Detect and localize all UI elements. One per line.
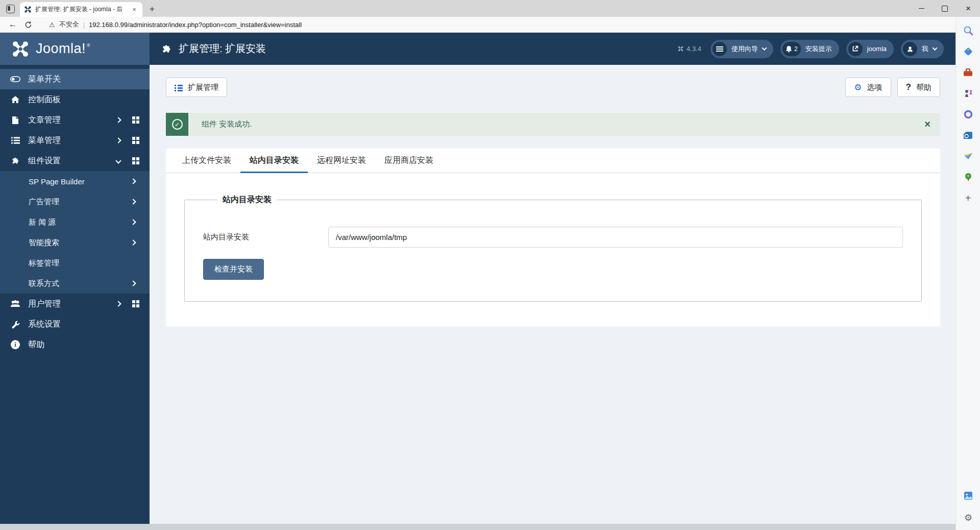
sidebar-item-dashboard[interactable]: 控制面板	[0, 89, 150, 110]
sidebar-item-content[interactable]: 文章管理	[0, 110, 150, 130]
joomla-logo-text: Joomla!	[36, 41, 86, 57]
sidebar-item-components[interactable]: 组件设置	[0, 151, 150, 171]
window-controls	[910, 0, 980, 17]
close-window-icon[interactable]	[957, 0, 980, 17]
users-icon	[10, 300, 20, 307]
folder-path-label: 站内目录安装	[203, 232, 328, 242]
back-icon[interactable]	[5, 18, 20, 31]
tab-workspaces-icon[interactable]	[6, 5, 15, 13]
chevron-down-icon	[762, 45, 767, 51]
browser-tab[interactable]: 扩展管理: 扩展安装 - joomla - 后	[20, 2, 142, 17]
browser-tab-strip: 扩展管理: 扩展安装 - joomla - 后	[0, 0, 980, 17]
alert-close-icon[interactable]	[915, 113, 940, 136]
tab-install-from-folder[interactable]: 站内目录安装	[240, 149, 308, 173]
url-separator: |	[83, 21, 85, 29]
extensions-manage-button[interactable]: 扩展管理	[166, 78, 227, 97]
page-title: 扩展管理: 扩展安装	[179, 42, 266, 56]
dashboard-grid-icon[interactable]	[132, 137, 139, 144]
options-button[interactable]: 选项	[845, 78, 891, 97]
submenu-item-label: 广告管理	[29, 197, 124, 207]
page-toolbar: 扩展管理 选项 帮助	[166, 78, 940, 97]
dashboard-grid-icon[interactable]	[132, 116, 139, 124]
components-submenu: SP Page Builder 广告管理 新 闻 源 智能搜索 标签管理 联系方…	[0, 171, 150, 294]
check-circle-icon	[172, 119, 183, 130]
sidebar-item-label: 菜单开关	[28, 74, 139, 85]
info-icon	[10, 340, 20, 349]
sidebar-item-label: 文章管理	[28, 115, 109, 126]
maximize-icon[interactable]	[933, 0, 957, 17]
help-label: 帮助	[916, 83, 932, 92]
preview-site-button[interactable]: joomla	[846, 40, 894, 58]
submenu-item-label: 智能搜索	[29, 238, 124, 248]
post-install-messages-button[interactable]: 2 安装提示	[780, 40, 839, 58]
submenu-item-tags[interactable]: 标签管理	[0, 253, 150, 273]
submenu-item-contacts[interactable]: 联系方式	[0, 273, 150, 294]
joomla-logo[interactable]: Joomla! ®	[0, 33, 150, 65]
dashboard-grid-icon[interactable]	[132, 300, 139, 307]
microsoft-365-icon[interactable]	[962, 108, 975, 121]
menus-icon	[10, 137, 20, 144]
joomla-version-icon	[677, 45, 684, 52]
add-panel-icon[interactable]: +	[962, 191, 975, 205]
submenu-item-news-feeds[interactable]: 新 闻 源	[0, 212, 150, 232]
side-rail-settings-icon[interactable]	[962, 511, 975, 524]
tree-icon[interactable]	[962, 171, 975, 184]
refresh-icon[interactable]	[20, 18, 36, 31]
address-bar[interactable]: 不安全 | 192.168.0.99/administrator/index.p…	[49, 20, 302, 29]
search-icon[interactable]	[962, 24, 975, 37]
chevron-right-icon	[115, 137, 121, 143]
admin-sidebar: 菜单开关 控制面板 文章管理 菜单管理	[0, 65, 150, 524]
success-alert: 组件 安装成功.	[166, 113, 940, 136]
sidebar-item-label: 帮助	[28, 340, 139, 350]
joomla-logo-icon	[11, 40, 30, 58]
submenu-item-smart-search[interactable]: 智能搜索	[0, 232, 150, 253]
question-mark-icon	[906, 82, 911, 92]
user-menu-button[interactable]: 我	[901, 40, 944, 58]
tab-install-from-url[interactable]: 远程网址安装	[308, 149, 375, 173]
submenu-item-label: 新 闻 源	[29, 218, 124, 227]
tab-install-from-web[interactable]: 应用商店安装	[375, 149, 443, 173]
new-tab-button[interactable]	[145, 3, 159, 16]
outlook-icon[interactable]	[962, 129, 975, 142]
games-icon[interactable]	[962, 87, 975, 100]
sidebar-item-menus[interactable]: 菜单管理	[0, 130, 150, 151]
submenu-item-label: SP Page Builder	[29, 177, 124, 186]
tab-title: 扩展管理: 扩展安装 - joomla - 后	[35, 5, 127, 14]
wrench-icon	[10, 320, 20, 329]
chevron-right-icon	[130, 219, 136, 225]
alert-message: 组件 安装成功.	[188, 113, 915, 136]
external-link-icon	[848, 42, 863, 56]
guided-tour-button[interactable]: 使用向导	[710, 40, 773, 58]
extensions-manage-label: 扩展管理	[188, 83, 218, 92]
chevron-right-icon	[115, 117, 121, 123]
submenu-item-sp-page-builder[interactable]: SP Page Builder	[0, 171, 150, 191]
dashboard-grid-icon[interactable]	[132, 157, 139, 164]
tab-close-icon[interactable]	[130, 6, 138, 14]
folder-path-input[interactable]	[328, 227, 903, 248]
sidebar-item-menu-toggle[interactable]: 菜单开关	[0, 69, 150, 89]
sidebar-item-label: 系统设置	[28, 319, 139, 330]
toolbox-icon[interactable]	[962, 66, 975, 79]
help-button[interactable]: 帮助	[897, 78, 940, 97]
list-icon	[175, 84, 183, 90]
installer-card: 上传文件安装 站内目录安装 远程网址安装 应用商店安装 站内目录安装 站内目录安…	[166, 149, 940, 326]
user-icon	[903, 42, 917, 56]
options-label: 选项	[867, 83, 883, 92]
sidebar-item-users[interactable]: 用户管理	[0, 294, 150, 314]
form-row: 站内目录安装	[203, 227, 903, 248]
notification-count-badge: 2	[794, 45, 798, 53]
check-and-install-button[interactable]: 检查并安装	[203, 259, 264, 280]
sidebar-item-help[interactable]: 帮助	[0, 334, 150, 355]
image-creator-icon[interactable]	[962, 489, 975, 502]
article-icon	[10, 116, 20, 125]
tab-upload-package[interactable]: 上传文件安装	[173, 149, 240, 173]
submenu-item-banners[interactable]: 广告管理	[0, 191, 150, 212]
home-icon	[10, 95, 20, 104]
chevron-right-icon	[130, 239, 136, 245]
sidebar-item-label: 菜单管理	[28, 135, 109, 146]
minimize-icon[interactable]	[910, 0, 933, 17]
shopping-icon[interactable]	[962, 45, 975, 58]
drop-icon[interactable]	[962, 150, 975, 163]
sidebar-item-system[interactable]: 系统设置	[0, 314, 150, 334]
chevron-right-icon	[130, 178, 136, 184]
